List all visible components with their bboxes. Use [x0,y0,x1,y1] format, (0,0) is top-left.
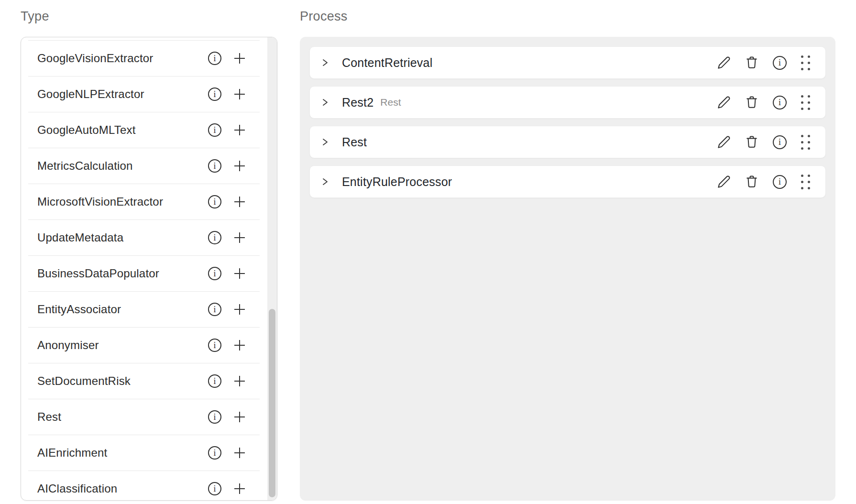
process-card-ContentRetrieval[interactable]: ContentRetrieval i [309,46,826,79]
type-list-item-Anonymiser[interactable]: Anonymiser i [28,327,260,363]
plus-icon [233,231,246,244]
info-icon: i [208,446,221,460]
plus-icon [233,267,246,280]
type-info-button[interactable]: i [208,123,221,137]
process-card-Rest2[interactable]: Rest2 Rest i [309,86,826,119]
process-info-button[interactable]: i [773,135,787,149]
type-info-button[interactable]: i [208,52,221,65]
process-drag-handle[interactable] [801,55,810,70]
type-list-scrollbar-track[interactable] [267,37,277,500]
type-add-button[interactable] [233,231,246,244]
process-drag-handle[interactable] [801,175,810,189]
type-info-button[interactable]: i [208,231,221,244]
type-list-item-EntityAssociator[interactable]: EntityAssociator i [28,291,260,327]
process-delete-button[interactable] [745,175,758,189]
type-add-button[interactable] [233,195,246,208]
process-expand-button[interactable] [321,137,329,147]
type-list-item-GoogleNLPExtractor[interactable]: GoogleNLPExtractor i [28,76,260,112]
info-icon: i [208,410,221,424]
process-delete-button[interactable] [745,55,758,70]
type-name-label: Rest [37,410,208,424]
chevron-right-icon [321,177,329,186]
type-list-item-AIEnrichment[interactable]: AIEnrichment i [28,435,260,471]
type-add-button[interactable] [233,267,246,280]
type-info-button[interactable]: i [208,88,221,101]
type-list-item-Rest[interactable]: Rest i [28,399,260,435]
edit-pencil-icon [717,135,731,149]
plus-icon [233,123,246,137]
type-list-item-BusinessDataPopulator[interactable]: BusinessDataPopulator i [28,255,260,291]
process-delete-button[interactable] [745,135,758,149]
process-name-label: Rest [342,135,367,149]
type-info-button[interactable]: i [208,159,221,173]
type-row-actions: i [208,267,246,280]
type-info-button[interactable]: i [208,303,221,316]
type-list-item-UpdateMetadata[interactable]: UpdateMetadata i [28,219,260,255]
type-name-label: GoogleAutoMLText [37,123,208,137]
drag-handle-icon [801,135,810,150]
type-list-scrollbar-thumb[interactable] [269,309,275,497]
type-name-label: MicrosoftVisionExtractor [37,195,208,208]
type-add-button[interactable] [233,374,246,388]
type-add-button[interactable] [233,303,246,316]
type-list-item-MicrosoftVisionExtractor[interactable]: MicrosoftVisionExtractor i [28,184,260,219]
type-info-button[interactable]: i [208,374,221,388]
type-info-button[interactable]: i [208,446,221,460]
process-drag-handle[interactable] [801,95,810,110]
process-expand-button[interactable] [321,58,329,67]
process-info-button[interactable]: i [773,175,787,189]
process-expand-button[interactable] [321,177,329,186]
info-icon: i [208,88,221,101]
type-add-button[interactable] [233,446,246,460]
type-info-button[interactable]: i [208,482,221,495]
process-delete-button[interactable] [745,95,758,110]
type-name-label: MetricsCalculation [37,159,208,173]
info-icon: i [208,52,221,65]
type-list-item-GoogleVisionExtractor[interactable]: GoogleVisionExtractor i [28,40,260,76]
process-name-label: ContentRetrieval [342,56,432,70]
info-icon: i [773,135,787,149]
page: Type GoogleVisionExtractor i GoogleNLPEx… [0,0,856,501]
chevron-right-icon [321,58,329,67]
type-add-button[interactable] [233,410,246,424]
process-edit-button[interactable] [717,135,731,149]
type-add-button[interactable] [233,159,246,173]
type-list-item-SetDocumentRisk[interactable]: SetDocumentRisk i [28,363,260,399]
info-icon: i [208,339,221,352]
delete-trash-icon [745,135,758,149]
edit-pencil-icon [717,56,731,69]
type-list: GoogleVisionExtractor i GoogleNLPExtract… [21,40,277,501]
process-card-Rest[interactable]: Rest i [309,126,826,158]
type-add-button[interactable] [233,339,246,352]
type-info-button[interactable]: i [208,339,221,352]
process-info-button[interactable]: i [773,96,787,110]
type-add-button[interactable] [233,88,246,101]
info-icon: i [208,159,221,173]
info-icon: i [208,374,221,388]
type-add-button[interactable] [233,482,246,495]
type-row-actions: i [208,195,246,208]
process-type-label: Rest [380,97,401,108]
type-info-button[interactable]: i [208,195,221,208]
type-info-button[interactable]: i [208,410,221,424]
type-info-button[interactable]: i [208,267,221,280]
process-edit-button[interactable] [717,175,731,188]
process-card-EntityRuleProcessor[interactable]: EntityRuleProcessor i [309,165,826,198]
process-card-actions: i [717,55,810,70]
process-edit-button[interactable] [717,96,731,109]
plus-icon [233,446,246,460]
process-drag-handle[interactable] [801,135,810,150]
process-info-button[interactable]: i [773,56,787,70]
type-add-button[interactable] [233,123,246,137]
chevron-right-icon [321,98,329,107]
type-add-button[interactable] [233,52,246,65]
plus-icon [233,303,246,316]
type-list-item-GoogleAutoMLText[interactable]: GoogleAutoMLText i [28,112,260,148]
process-expand-button[interactable] [321,98,329,107]
process-edit-button[interactable] [717,56,731,69]
edit-pencil-icon [717,175,731,188]
process-card-actions: i [717,135,810,150]
type-list-item-AIClassification[interactable]: AIClassification i [28,471,260,501]
type-row-actions: i [208,231,246,244]
type-list-item-MetricsCalculation[interactable]: MetricsCalculation i [28,148,260,184]
